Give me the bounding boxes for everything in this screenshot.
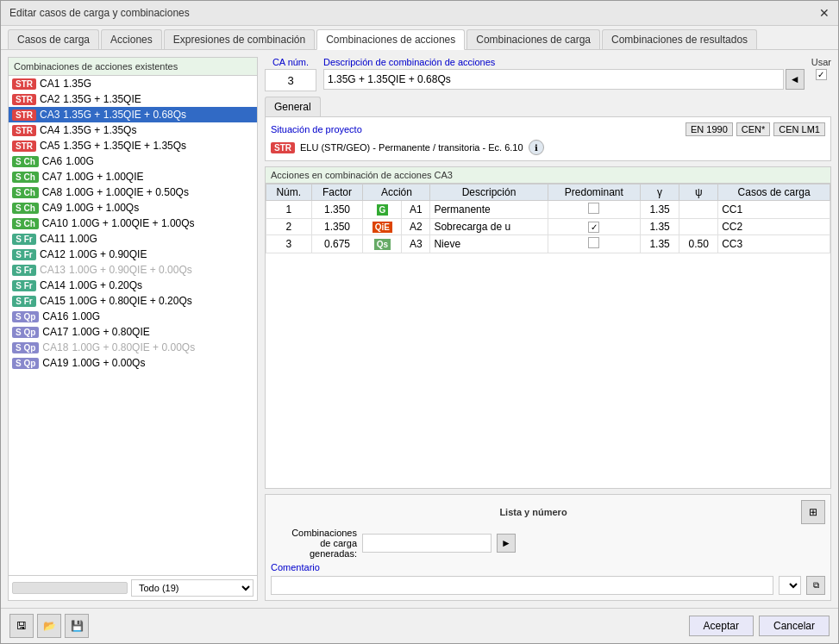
item-formula: 1.00G + 0.80QIE + 0.20Qs bbox=[69, 295, 192, 307]
item-badge: S Qp bbox=[12, 311, 39, 322]
item-badge: S Qp bbox=[12, 327, 39, 338]
list-item[interactable]: STRCA51.35G + 1.35QIE + 1.35Qs bbox=[9, 138, 257, 153]
desc-arrow-button[interactable]: ◄ bbox=[786, 69, 805, 90]
item-badge: STR bbox=[12, 94, 36, 105]
item-id: CA1 bbox=[40, 78, 59, 90]
right-panel: CA núm. 3 Descripción de combinación de … bbox=[265, 57, 831, 601]
tab-expresiones[interactable]: Expresiones de combinación bbox=[164, 29, 315, 49]
go-button[interactable]: ► bbox=[497, 534, 516, 553]
list-item[interactable]: S FrCA151.00G + 0.80QIE + 0.20Qs bbox=[9, 293, 257, 309]
list-item[interactable]: S FrCA111.00G bbox=[9, 231, 257, 247]
list-item[interactable]: STRCA21.35G + 1.35QIE bbox=[9, 91, 257, 107]
item-badge: S Ch bbox=[12, 203, 39, 214]
list-item[interactable]: S FrCA131.00G + 0.90QIE + 0.00Qs bbox=[9, 262, 257, 278]
col-psi: ψ bbox=[679, 184, 718, 201]
item-id: CA7 bbox=[42, 171, 62, 183]
footer: 🖫 📂 💾 Aceptar Cancelar bbox=[1, 608, 838, 643]
table-icon-button[interactable]: ⊞ bbox=[801, 500, 825, 524]
item-formula: 1.00G + 1.00QIE + 1.00Qs bbox=[72, 217, 195, 229]
general-tab-content: Situación de proyecto EN 1990 CEN* CEN L… bbox=[265, 116, 831, 161]
list-item[interactable]: S ChCA61.00G bbox=[9, 153, 257, 169]
list-item[interactable]: S QpCA161.00G bbox=[9, 309, 257, 324]
bottom-section: Lista y número ⊞ Combinaciones de carga … bbox=[265, 494, 831, 601]
list-item[interactable]: S QpCA171.00G + 0.80QIE bbox=[9, 324, 257, 340]
tab-combinaciones-acciones[interactable]: Combinaciones de acciones bbox=[316, 29, 465, 50]
item-formula: 1.00G bbox=[69, 233, 97, 245]
item-id: CA15 bbox=[40, 295, 66, 307]
item-badge: STR bbox=[12, 125, 36, 136]
item-id: CA5 bbox=[40, 140, 59, 152]
item-badge: S Fr bbox=[12, 280, 36, 291]
general-section: General Situación de proyecto EN 1990 CE… bbox=[265, 97, 831, 161]
list-item[interactable]: S ChCA71.00G + 1.00QIE bbox=[9, 169, 257, 184]
tab-acciones[interactable]: Acciones bbox=[101, 29, 162, 49]
item-id: CA4 bbox=[40, 124, 59, 136]
ca-num-label: CA núm. bbox=[272, 57, 309, 67]
footer-icons: 🖫 📂 💾 bbox=[9, 614, 89, 638]
cancel-button[interactable]: Cancelar bbox=[759, 616, 830, 636]
tab-combinaciones-resultados[interactable]: Combinaciones de resultados bbox=[602, 29, 757, 49]
combinaciones-label: Combinaciones de carga generadas: bbox=[271, 528, 357, 559]
list-item[interactable]: S QpCA181.00G + 0.80QIE + 0.00Qs bbox=[9, 340, 257, 355]
left-panel-list: STRCA11.35GSTRCA21.35G + 1.35QIESTRCA31.… bbox=[9, 76, 257, 575]
item-formula: 1.00G + 1.00Qs bbox=[66, 202, 139, 214]
general-tab[interactable]: General bbox=[265, 97, 321, 116]
item-formula: 1.00G + 1.00QIE + 0.50Qs bbox=[66, 186, 189, 198]
actions-table-wrap: Núm. Factor Acción Descripción Predomina… bbox=[266, 184, 830, 488]
comment-label: Comentario bbox=[271, 562, 320, 572]
item-formula: 1.00G bbox=[66, 155, 94, 167]
lista-input[interactable] bbox=[362, 534, 492, 553]
tab-combinaciones-carga[interactable]: Combinaciones de carga bbox=[466, 29, 600, 49]
info-button[interactable]: ℹ bbox=[529, 140, 544, 155]
actions-section: Acciones en combinación de acciones CA3 … bbox=[265, 166, 831, 489]
list-item[interactable]: STRCA31.35G + 1.35QIE + 0.68Qs bbox=[9, 107, 257, 122]
filter-dropdown[interactable]: Todo (19) bbox=[131, 579, 254, 597]
accept-button[interactable]: Aceptar bbox=[689, 616, 754, 636]
col-num: Núm. bbox=[266, 184, 312, 201]
item-id: CA6 bbox=[42, 155, 62, 167]
item-badge: S Qp bbox=[12, 358, 39, 369]
list-item[interactable]: S FrCA141.00G + 0.20Qs bbox=[9, 278, 257, 293]
situation-badges: EN 1990 CEN* CEN LM1 bbox=[686, 122, 825, 136]
horizontal-scrollbar[interactable] bbox=[12, 582, 128, 594]
col-accion: Acción bbox=[363, 184, 430, 201]
list-item[interactable]: S ChCA91.00G + 1.00Qs bbox=[9, 200, 257, 216]
item-id: CA3 bbox=[40, 109, 59, 121]
footer-buttons: Aceptar Cancelar bbox=[689, 616, 830, 636]
left-panel-footer: Todo (19) bbox=[9, 575, 257, 600]
comment-select[interactable] bbox=[779, 576, 801, 595]
copy-button[interactable]: ⧉ bbox=[806, 576, 825, 595]
item-badge: S Ch bbox=[12, 187, 39, 198]
usar-checkbox[interactable] bbox=[816, 69, 827, 80]
list-item[interactable]: S FrCA121.00G + 0.90QIE bbox=[9, 247, 257, 262]
situation-label: Situación de proyecto bbox=[271, 124, 362, 134]
item-id: CA16 bbox=[42, 310, 68, 322]
window-title: Editar casos de carga y combinaciones bbox=[9, 7, 190, 19]
item-id: CA8 bbox=[42, 186, 62, 198]
tab-casos-carga[interactable]: Casos de carga bbox=[8, 29, 99, 49]
list-item[interactable]: S QpCA191.00G + 0.00Qs bbox=[9, 355, 257, 371]
item-id: CA13 bbox=[40, 264, 66, 276]
close-button[interactable]: ✕ bbox=[819, 6, 830, 20]
footer-icon-3[interactable]: 💾 bbox=[65, 614, 89, 638]
comment-input[interactable] bbox=[271, 576, 773, 595]
footer-icon-2[interactable]: 📂 bbox=[37, 614, 61, 638]
item-badge: STR bbox=[12, 78, 36, 90]
col-descripcion: Descripción bbox=[430, 184, 548, 201]
list-item[interactable]: STRCA11.35G bbox=[9, 76, 257, 91]
elu-badge: STR bbox=[271, 142, 295, 153]
combinaciones-row: Combinaciones de carga generadas: ► bbox=[271, 528, 825, 559]
list-item[interactable]: S ChCA81.00G + 1.00QIE + 0.50Qs bbox=[9, 184, 257, 200]
comment-input-row: ⧉ bbox=[271, 576, 825, 595]
list-item[interactable]: S ChCA101.00G + 1.00QIE + 1.00Qs bbox=[9, 216, 257, 231]
list-item[interactable]: STRCA41.35G + 1.35Qs bbox=[9, 122, 257, 138]
item-formula: 1.00G + 0.80QIE + 0.00Qs bbox=[72, 341, 195, 353]
item-formula: 1.35G + 1.35Qs bbox=[63, 124, 136, 136]
item-formula: 1.35G + 1.35QIE + 1.35Qs bbox=[63, 140, 186, 152]
desc-input[interactable] bbox=[323, 69, 784, 90]
item-id: CA2 bbox=[40, 93, 59, 105]
item-formula: 1.00G + 0.90QIE bbox=[69, 248, 147, 260]
footer-icon-1[interactable]: 🖫 bbox=[9, 614, 34, 638]
item-badge: S Ch bbox=[12, 156, 39, 167]
title-bar: Editar casos de carga y combinaciones ✕ bbox=[1, 1, 838, 26]
